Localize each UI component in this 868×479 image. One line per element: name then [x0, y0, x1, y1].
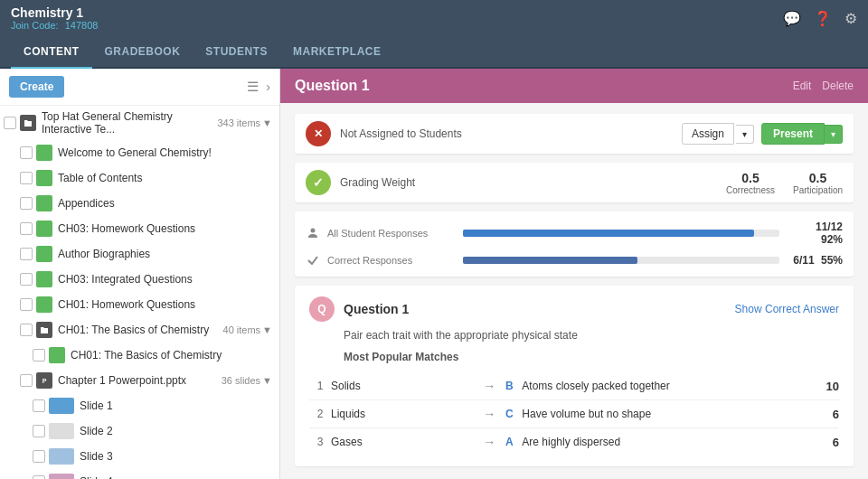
match-letter: B [500, 380, 518, 392]
checkbox[interactable] [20, 324, 33, 336]
slide-icon [49, 474, 74, 479]
tab-students[interactable]: STUDENTS [193, 36, 280, 69]
checkbox[interactable] [33, 475, 45, 479]
list-item[interactable]: Author Biographies [0, 241, 279, 267]
messages-icon[interactable]: 💬 [783, 10, 801, 27]
checkbox[interactable] [20, 248, 33, 260]
match-count: 10 [817, 380, 839, 393]
stats-box: All Student Responses 11/12 92% Correct … [295, 211, 854, 277]
match-letter: C [500, 408, 518, 420]
arrow-icon: → [478, 407, 500, 421]
chevron-icon: ▼ [262, 324, 272, 335]
list-item[interactable]: Slide 2 [0, 418, 279, 444]
checkbox[interactable] [20, 298, 33, 311]
list-item[interactable]: CH01: The Basics of Chemistry [0, 343, 279, 368]
checkbox[interactable] [33, 425, 45, 437]
tab-gradebook[interactable]: GRADEBOOK [92, 36, 193, 69]
all-responses-bar-fill [463, 230, 754, 237]
doc-icon [49, 347, 65, 363]
checkbox[interactable] [20, 197, 33, 210]
sidebar-toolbar: Create ☰ › [0, 69, 279, 106]
q-section-title: Question 1 [344, 302, 735, 316]
assign-button[interactable]: Assign [682, 123, 734, 145]
grading-label: Grading Weight [340, 176, 726, 189]
main-layout: Create ☰ › Top Hat General Chemistry Int… [0, 69, 868, 479]
list-item[interactable]: CH03: Homework Questions [0, 216, 279, 241]
all-responses-value: 11/12 92% [788, 221, 843, 246]
item-label: Author Biographies [58, 248, 272, 260]
join-code-row: Join Code: 147808 [11, 20, 98, 31]
list-item[interactable]: CH01: The Basics of Chemistry 40 items ▼ [0, 317, 279, 343]
header-actions: Edit Delete [793, 80, 854, 92]
checkbox[interactable] [20, 273, 33, 286]
item-label: Slide 1 [80, 399, 272, 412]
participation-value: 0.5 Participation [793, 171, 843, 195]
list-item[interactable]: Table of Contents [0, 165, 279, 191]
help-icon[interactable]: ❓ [814, 10, 832, 27]
slide-icon [49, 448, 74, 465]
match-right: Have volume but no shape [518, 408, 817, 420]
match-left: Liquids [331, 408, 478, 420]
item-label: Slide 3 [80, 450, 272, 463]
match-num: 3 [309, 436, 331, 448]
match-count: 6 [817, 408, 839, 421]
checkbox[interactable] [33, 349, 45, 362]
question-header: Question 1 Edit Delete [280, 69, 868, 103]
item-label: CH01: Homework Questions [58, 298, 272, 311]
folder-icon [36, 322, 52, 338]
list-item[interactable]: Slide 4 [0, 469, 279, 479]
match-count: 6 [817, 436, 839, 449]
edit-button[interactable]: Edit [793, 80, 812, 92]
item-label: Chapter 1 Powerpoint.pptx [58, 374, 218, 387]
correct-responses-label: Correct Responses [327, 255, 454, 266]
expand-sidebar-icon[interactable]: › [266, 80, 270, 94]
match-num: 2 [309, 408, 331, 420]
list-item[interactable]: CH01: Homework Questions [0, 292, 279, 317]
list-item[interactable]: Top Hat General Chemistry Interactive Te… [0, 106, 279, 140]
checkbox[interactable] [20, 222, 33, 235]
present-caret-button[interactable]: ▾ [825, 125, 843, 144]
delete-button[interactable]: Delete [822, 80, 854, 92]
list-item[interactable]: P Chapter 1 Powerpoint.pptx 36 slides ▼ [0, 368, 279, 393]
sidebar-icons: ☰ [247, 79, 259, 95]
matches-container: 1 Solids → B Atoms closely packed togeth… [309, 372, 839, 456]
question-title: Question 1 [295, 78, 370, 94]
item-label: Slide 2 [80, 425, 272, 437]
checkbox[interactable] [20, 172, 33, 184]
correctness-value: 0.5 Correctness [726, 171, 775, 195]
doc-icon [36, 246, 52, 262]
nav-tabs: CONTENT GRADEBOOK STUDENTS MARKETPLACE [0, 36, 868, 69]
match-left: Gases [331, 436, 478, 448]
list-item[interactable]: CH03: Integrated Questions [0, 267, 279, 292]
checkbox[interactable] [33, 399, 45, 412]
arrow-icon: → [478, 435, 500, 449]
assign-caret-button[interactable]: ▾ [736, 125, 754, 144]
match-left: Solids [331, 380, 478, 392]
tab-content[interactable]: CONTENT [11, 36, 92, 69]
settings-icon[interactable]: ⚙ [844, 10, 857, 27]
item-meta: 36 slides [222, 375, 260, 386]
doc-icon [36, 145, 52, 161]
tab-marketplace[interactable]: MARKETPLACE [280, 36, 394, 69]
list-item[interactable]: Appendices [0, 191, 279, 216]
correct-responses-bar [463, 257, 779, 264]
app-info: Chemistry 1 Join Code: 147808 [11, 5, 98, 31]
item-label: Table of Contents [58, 172, 272, 184]
checkbox[interactable] [33, 450, 45, 463]
checkbox[interactable] [20, 146, 33, 159]
list-view-icon[interactable]: ☰ [247, 79, 259, 95]
present-button[interactable]: Present [761, 123, 825, 145]
checkbox[interactable] [20, 374, 33, 387]
show-correct-answer-button[interactable]: Show Correct Answer [735, 303, 839, 315]
list-item[interactable]: Slide 1 [0, 393, 279, 418]
match-row: 2 Liquids → C Have volume but no shape 6 [309, 400, 839, 428]
match-letter: A [500, 436, 518, 448]
correct-responses-bar-fill [463, 257, 637, 264]
list-item[interactable]: Welcome to General Chemistry! [0, 140, 279, 165]
create-button[interactable]: Create [9, 76, 64, 98]
list-item[interactable]: Slide 3 [0, 444, 279, 469]
checkbox[interactable] [4, 117, 16, 129]
top-bar: Chemistry 1 Join Code: 147808 💬 ❓ ⚙ [0, 0, 868, 36]
checkmark-icon [306, 253, 320, 268]
arrow-icon: → [478, 379, 500, 393]
